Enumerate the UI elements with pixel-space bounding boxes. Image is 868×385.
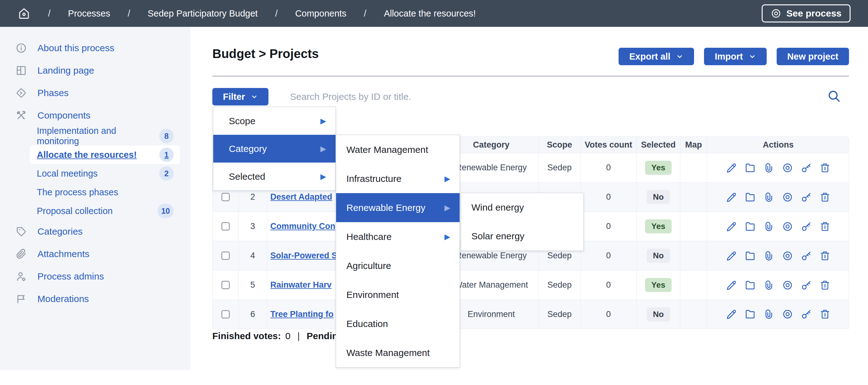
- permissions-key-icon[interactable]: [801, 221, 812, 232]
- category-menu-item-environment[interactable]: Environment: [336, 280, 460, 309]
- sidebar-item-allocate-resources[interactable]: Allocate the resources! 1: [30, 145, 180, 164]
- project-map: [680, 300, 707, 328]
- permissions-key-icon[interactable]: [801, 192, 812, 203]
- see-process-button[interactable]: See process: [762, 4, 850, 23]
- folder-icon[interactable]: [745, 162, 755, 173]
- permissions-key-icon[interactable]: [801, 309, 812, 320]
- category-menu-item-waste-management[interactable]: Waste Management: [336, 338, 460, 367]
- sidebar-item-implementation-monitoring[interactable]: Implementation and monitoring 8: [0, 127, 190, 145]
- project-scope: Sedep: [538, 300, 580, 328]
- breadcrumb-current[interactable]: Allocate the resources!: [384, 8, 476, 19]
- row-checkbox[interactable]: [221, 222, 230, 231]
- edit-icon[interactable]: [726, 250, 737, 261]
- category-menu-item-agriculture[interactable]: Agriculture: [336, 251, 460, 280]
- folder-icon[interactable]: [745, 280, 755, 291]
- project-title-link[interactable]: Tree Planting fo: [270, 309, 334, 319]
- filter-menu-item-category[interactable]: Category ▶: [213, 135, 336, 162]
- breadcrumb: / Processes / Sedep Participatory Budget…: [18, 7, 476, 20]
- attachment-icon[interactable]: [764, 192, 774, 203]
- row-actions: [707, 212, 849, 241]
- import-button[interactable]: Import: [704, 48, 766, 65]
- attachment-icon[interactable]: [764, 250, 774, 261]
- row-checkbox[interactable]: [221, 251, 230, 260]
- category-menu-item-water-management[interactable]: Water Management: [336, 135, 460, 164]
- category-menu-item-education[interactable]: Education: [336, 309, 460, 338]
- delete-icon[interactable]: [820, 192, 830, 203]
- chevron-down-icon: [251, 93, 258, 100]
- row-checkbox[interactable]: [221, 310, 230, 319]
- permissions-key-icon[interactable]: [801, 280, 812, 291]
- project-id: 4: [238, 241, 267, 270]
- edit-icon[interactable]: [726, 309, 737, 320]
- sidebar-item-categories[interactable]: Categories: [0, 220, 190, 243]
- preview-icon[interactable]: [782, 221, 793, 232]
- category-menu-item-renewable-energy[interactable]: Renewable Energy ▶: [336, 193, 460, 222]
- finished-votes-value: 0: [285, 331, 290, 341]
- row-actions: [707, 300, 849, 328]
- sidebar-item-landing-page[interactable]: Landing page: [0, 59, 190, 82]
- preview-icon[interactable]: [782, 250, 793, 261]
- edit-icon[interactable]: [726, 162, 737, 173]
- breadcrumb-process-name[interactable]: Sedep Participatory Budget: [148, 8, 258, 19]
- edit-icon[interactable]: [726, 221, 737, 232]
- subcategory-menu-item-solar-energy[interactable]: Solar energy: [461, 222, 583, 250]
- breadcrumb-processes[interactable]: Processes: [68, 8, 110, 19]
- breadcrumb-separator: /: [364, 8, 366, 19]
- row-checkbox[interactable]: [221, 193, 230, 201]
- header-actions: Actions: [707, 137, 849, 153]
- search-input[interactable]: [290, 89, 814, 105]
- sidebar-item-proposal-collection[interactable]: Proposal collection 10: [0, 202, 190, 220]
- submenu-arrow-icon: ▶: [444, 203, 450, 212]
- edit-icon[interactable]: [726, 280, 737, 291]
- project-title-link[interactable]: Solar-Powered S: [270, 251, 337, 261]
- sidebar-item-attachments[interactable]: Attachments: [0, 243, 190, 265]
- preview-icon[interactable]: [782, 309, 793, 320]
- sidebar-item-components[interactable]: Components: [0, 104, 190, 127]
- submenu-arrow-icon: ▶: [444, 232, 450, 241]
- new-project-button[interactable]: New project: [777, 48, 849, 65]
- delete-icon[interactable]: [820, 309, 830, 320]
- filter-menu-item-selected[interactable]: Selected ▶: [213, 162, 336, 190]
- folder-icon[interactable]: [745, 221, 755, 232]
- sidebar-item-about[interactable]: About this process: [0, 37, 190, 59]
- delete-icon[interactable]: [820, 280, 830, 291]
- folder-icon[interactable]: [745, 309, 755, 320]
- sidebar-item-process-phases[interactable]: The process phases: [0, 183, 190, 202]
- subcategory-menu-item-wind-energy[interactable]: Wind energy: [461, 193, 583, 222]
- filter-menu-item-scope[interactable]: Scope ▶: [213, 107, 336, 135]
- preview-icon[interactable]: [782, 192, 793, 203]
- sidebar-item-phases[interactable]: Phases: [0, 82, 190, 104]
- row-checkbox[interactable]: [221, 281, 230, 289]
- attachment-icon[interactable]: [764, 280, 774, 291]
- sidebar-item-process-admins[interactable]: Process admins: [0, 265, 190, 288]
- delete-icon[interactable]: [820, 162, 830, 173]
- search-icon[interactable]: [827, 89, 841, 103]
- breadcrumb-components[interactable]: Components: [295, 8, 346, 19]
- category-menu-item-infrastructure[interactable]: Infrastructure ▶: [336, 164, 460, 193]
- attachment-icon[interactable]: [764, 162, 774, 173]
- project-title-link[interactable]: Desert Adapted: [270, 192, 332, 202]
- preview-icon[interactable]: [782, 162, 793, 173]
- sidebar-item-local-meetings[interactable]: Local meetings 2: [0, 164, 190, 183]
- table-row: 5 Rainwater Harv Water Management Sedep …: [212, 270, 849, 299]
- project-votes: 0: [580, 182, 637, 211]
- attachment-icon[interactable]: [764, 309, 774, 320]
- folder-icon[interactable]: [745, 250, 755, 261]
- delete-icon[interactable]: [820, 221, 830, 232]
- category-menu-item-healthcare[interactable]: Healthcare ▶: [336, 222, 460, 251]
- delete-icon[interactable]: [820, 250, 830, 261]
- permissions-key-icon[interactable]: [801, 162, 812, 173]
- votes-summary: Finished votes: 0 | Pending v: [212, 331, 351, 341]
- preview-icon[interactable]: [782, 280, 793, 291]
- export-all-button[interactable]: Export all: [619, 48, 694, 65]
- edit-icon[interactable]: [726, 192, 737, 203]
- filter-button[interactable]: Filter: [212, 88, 269, 106]
- permissions-key-icon[interactable]: [801, 250, 812, 261]
- attachment-icon[interactable]: [764, 221, 774, 232]
- submenu-arrow-icon: ▶: [320, 144, 326, 153]
- project-title-link[interactable]: Rainwater Harv: [270, 280, 332, 290]
- home-icon[interactable]: [18, 7, 31, 20]
- sidebar-item-moderations[interactable]: Moderations: [0, 288, 190, 310]
- folder-icon[interactable]: [745, 192, 755, 203]
- project-title-link[interactable]: Community Con: [270, 221, 336, 231]
